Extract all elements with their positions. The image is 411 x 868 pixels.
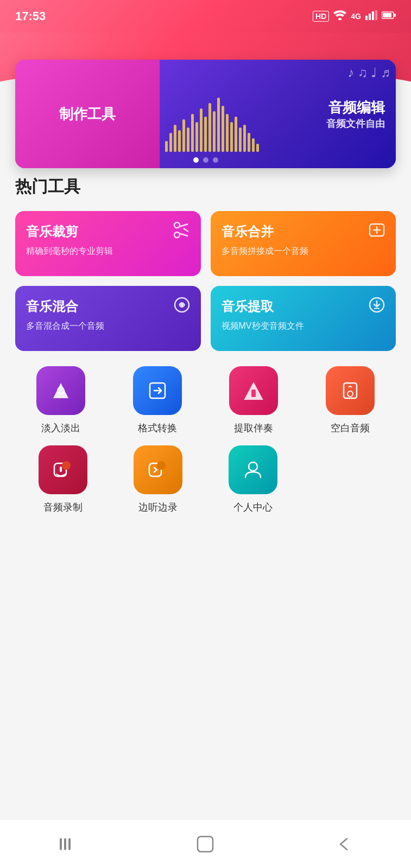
music-cut-subtitle: 精确到毫秒的专业剪辑 <box>26 246 190 257</box>
banner-left-text: 制作工具 <box>59 105 116 124</box>
svg-point-29 <box>249 462 257 471</box>
tool-card-music-mix[interactable]: 音乐混合 多音混合成一个音频 <box>15 286 201 351</box>
main-content: 热门工具 音乐裁剪 精确到毫秒的专业剪辑 <box>0 176 411 584</box>
dot-1[interactable] <box>193 157 199 163</box>
small-tools-row2: 音频录制 边听边录 个人中心 <box>15 445 396 514</box>
wifi-icon <box>333 10 346 22</box>
music-merge-icon <box>368 221 386 243</box>
dot-2[interactable] <box>203 157 208 163</box>
music-cut-icon <box>173 221 191 243</box>
svg-rect-21 <box>251 390 256 397</box>
tool-card-music-merge[interactable]: 音乐合并 多音频拼接成一个音频 <box>211 211 396 276</box>
svg-rect-31 <box>64 838 66 850</box>
status-time: 17:53 <box>15 9 46 23</box>
svg-rect-32 <box>68 838 71 850</box>
person-icon <box>229 445 277 494</box>
record-label: 音频录制 <box>43 501 83 514</box>
fade-label: 淡入淡出 <box>41 422 80 435</box>
svg-point-9 <box>174 232 180 238</box>
svg-rect-3 <box>372 11 374 20</box>
tool-record[interactable]: 音频录制 <box>15 445 110 514</box>
banner-right-title: 音频编辑 <box>326 98 385 117</box>
listen-label: 边听边录 <box>138 501 178 514</box>
svg-rect-30 <box>60 838 62 850</box>
accomp-icon <box>229 366 278 415</box>
small-tools-row1: 淡入淡出 格式转换 提取伴奏 <box>15 366 396 435</box>
blank-icon <box>326 366 375 415</box>
music-merge-title: 音乐合并 <box>222 223 385 240</box>
status-bar: 17:53 HD 4G <box>0 0 411 33</box>
music-extract-title: 音乐提取 <box>222 298 385 315</box>
format-label: 格式转换 <box>138 422 177 435</box>
large-tools-grid: 音乐裁剪 精确到毫秒的专业剪辑 音乐合并 多音频拼接成一个音频 音乐混 <box>15 211 396 351</box>
tool-accomp[interactable]: 提取伴奏 <box>208 366 300 435</box>
nav-home-button[interactable] <box>189 828 222 860</box>
bottom-navigation <box>0 819 411 868</box>
svg-marker-17 <box>53 383 68 398</box>
svg-rect-4 <box>375 10 377 20</box>
svg-rect-7 <box>394 14 396 17</box>
tool-blank[interactable]: 空白音频 <box>305 366 396 435</box>
svg-point-0 <box>338 18 342 20</box>
tool-listen[interactable]: 边听边录 <box>110 445 205 514</box>
svg-point-15 <box>180 303 184 307</box>
hd-badge: HD <box>313 11 329 22</box>
nav-menu-button[interactable] <box>326 828 359 860</box>
signal-4g-icon: 4G <box>351 12 361 21</box>
svg-rect-6 <box>383 13 391 17</box>
blank-label: 空白音频 <box>331 422 370 435</box>
nav-back-button[interactable] <box>52 828 85 860</box>
svg-line-12 <box>184 228 188 232</box>
fade-icon <box>36 366 85 415</box>
tool-fade[interactable]: 淡入淡出 <box>15 366 106 435</box>
banner-right-subtitle: 音频文件自由 <box>326 117 385 130</box>
music-mix-title: 音乐混合 <box>26 298 190 315</box>
svg-rect-26 <box>60 467 62 472</box>
banner-dots <box>193 157 218 163</box>
format-icon <box>133 366 182 415</box>
svg-point-8 <box>174 222 180 228</box>
svg-point-28 <box>157 461 166 470</box>
banner-inner: 制作工具 <box>15 60 396 168</box>
listen-icon <box>134 445 182 494</box>
tool-card-music-cut[interactable]: 音乐裁剪 精确到毫秒的专业剪辑 <box>15 211 201 276</box>
tool-format[interactable]: 格式转换 <box>112 366 203 435</box>
person-label: 个人中心 <box>233 501 273 514</box>
music-extract-subtitle: 视频MV秒变音频文件 <box>222 321 385 332</box>
record-icon <box>39 445 87 494</box>
accomp-label: 提取伴奏 <box>234 422 273 435</box>
music-extract-icon <box>368 296 386 318</box>
banner-left-panel: 制作工具 <box>15 60 160 168</box>
svg-rect-2 <box>369 14 371 20</box>
music-notes-decoration: ♪ ♫ ♩ ♬ <box>347 65 390 80</box>
dot-3[interactable] <box>213 157 218 163</box>
signal-bars-icon <box>365 10 377 22</box>
banner-carousel[interactable]: 制作工具 <box>15 60 396 168</box>
tool-person[interactable]: 个人中心 <box>206 445 301 514</box>
svg-rect-33 <box>198 837 213 852</box>
tool-card-music-extract[interactable]: 音乐提取 视频MV秒变音频文件 <box>211 286 396 351</box>
svg-point-25 <box>62 461 71 470</box>
music-merge-subtitle: 多音频拼接成一个音频 <box>222 246 385 257</box>
svg-rect-1 <box>365 16 368 20</box>
music-mix-subtitle: 多音混合成一个音频 <box>26 321 190 332</box>
battery-icon <box>382 11 396 22</box>
music-mix-icon <box>173 296 191 318</box>
music-cut-title: 音乐裁剪 <box>26 223 190 240</box>
waveform-decoration <box>165 98 259 152</box>
banner-right-panel: ♪ ♫ ♩ ♬ 音频编辑 音频文件自由 <box>160 60 396 168</box>
status-icons: HD 4G <box>313 10 396 22</box>
section-title: 热门工具 <box>15 176 396 198</box>
svg-point-23 <box>347 391 353 397</box>
svg-line-11 <box>179 233 188 236</box>
svg-line-10 <box>179 224 188 227</box>
